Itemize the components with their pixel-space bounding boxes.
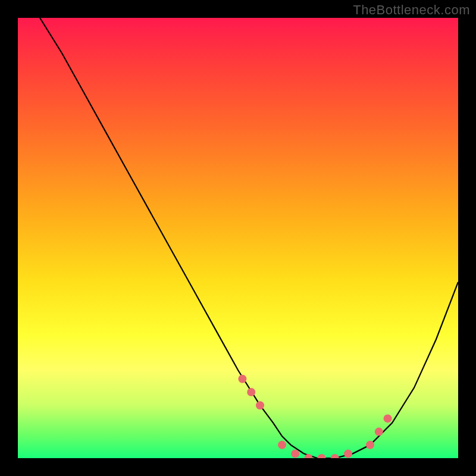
highlight-point bbox=[344, 450, 352, 458]
highlight-point bbox=[256, 401, 264, 409]
highlight-points bbox=[238, 375, 392, 458]
highlight-point bbox=[384, 414, 392, 422]
chart-frame: TheBottleneck.com bbox=[0, 0, 476, 476]
highlight-point bbox=[278, 441, 286, 449]
highlight-point bbox=[331, 454, 339, 458]
highlight-point bbox=[375, 428, 383, 436]
highlight-point bbox=[318, 454, 326, 458]
chart-svg bbox=[18, 18, 458, 458]
highlight-point bbox=[247, 388, 255, 396]
chart-plot-area bbox=[18, 18, 458, 458]
watermark-text: TheBottleneck.com bbox=[353, 2, 470, 18]
highlight-point bbox=[291, 450, 299, 458]
highlight-point bbox=[238, 375, 246, 383]
highlight-point bbox=[366, 441, 374, 449]
